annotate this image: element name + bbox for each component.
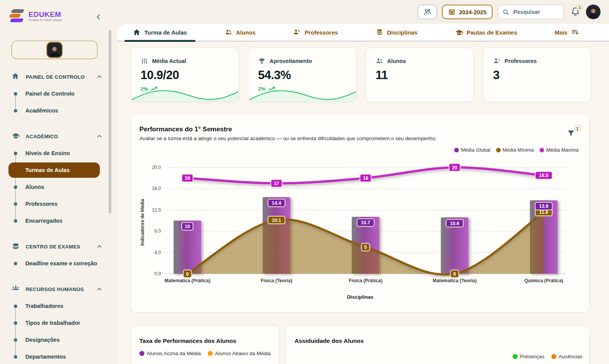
performance-chart: 0.04.08.012.016.020.0Indicadores de Médi… (137, 154, 579, 285)
search-box (498, 5, 564, 19)
tab-disciplinas[interactable]: Disciplinas (373, 24, 420, 41)
svg-text:13.8: 13.8 (539, 204, 548, 209)
stat-label: Média Actual (152, 58, 186, 64)
graduation-cap-icon (455, 28, 463, 36)
tab-pautas-de-exames[interactable]: Pautas de Exames (453, 24, 520, 41)
legend-item-média-global: Média Global (454, 147, 490, 153)
sidebar-item-acadêmicos[interactable]: Acadêmicos (0, 102, 111, 119)
sidebar-scrollbar[interactable] (109, 30, 111, 213)
bullet-icon (14, 202, 17, 206)
legend-label: Média Máxima (546, 147, 579, 153)
sidebar-item-label: Tipos de trabalhador (25, 320, 80, 326)
legend-label: Alunos Acima da Média (147, 351, 201, 356)
legend-dot-icon (496, 148, 501, 152)
bullet-icon (14, 262, 17, 265)
card-legend: PresençasAusências (513, 354, 583, 359)
sidebar-item-label: Professores (25, 201, 58, 207)
svg-text:11.6: 11.6 (539, 210, 548, 215)
sidebar-section-centro-de-exames[interactable]: CENTRO DE EXAMES (0, 238, 111, 255)
calendar-icon (448, 8, 455, 16)
legend-label: Média Mínima (503, 147, 534, 153)
svg-text:8.0: 8.0 (154, 228, 161, 234)
svg-text:16.0: 16.0 (152, 186, 161, 191)
tab-alunos[interactable]: Alunos (222, 24, 258, 41)
svg-text:4.0: 4.0 (154, 250, 161, 255)
svg-text:Fisica (Prática): Fisica (Prática) (349, 278, 382, 283)
tab-professores[interactable]: Professores (291, 24, 340, 41)
svg-text:Quimica (Prática): Quimica (Prática) (524, 278, 563, 283)
tab-mais[interactable]: Mais (553, 24, 581, 41)
stat-card-alunos: Alunos11 (366, 48, 474, 102)
sidebar-item-alunos[interactable]: Alunos (0, 179, 111, 195)
avatar[interactable] (586, 5, 601, 19)
sidebar-item-departamentos[interactable]: Departamentos (0, 348, 111, 364)
svg-text:20.0: 20.0 (152, 165, 161, 170)
svg-text:10.6: 10.6 (450, 221, 459, 226)
tab-label: Alunos (236, 29, 256, 36)
card-title: Taxa de Performances dos Alunos (139, 338, 236, 344)
sidebar-section-label: RECURSOS HUMANOS (26, 286, 84, 292)
sidebar-item-encarregados[interactable]: Encarregados (0, 212, 111, 229)
stat-value: 3 (483, 65, 591, 82)
sidebar-item-label: Trabalhadores (25, 303, 63, 309)
chart-filter-button[interactable]: 1 (566, 129, 576, 139)
tabbar: Turma de AulasAlunosProfessoresDisciplin… (117, 24, 609, 41)
sidebar-item-tipos-de-trabalhador[interactable]: Tipos de trabalhador (0, 314, 111, 331)
chevron-left-icon (94, 13, 104, 21)
sidebar-section-painel-de-controlo[interactable]: PAINEL DE CONTROLO (0, 68, 111, 85)
svg-text:10.7: 10.7 (361, 220, 370, 225)
sidebar: EDUKEM POWER IN YOUR HANDS PAINEL DE CON… (0, 0, 117, 364)
sidebar-item-turmas-de-aulas[interactable]: Turmas de Aulas (0, 162, 111, 179)
academic-year-button[interactable]: 2024-2025 (442, 5, 493, 19)
sidebar-item-designações[interactable]: Designações (0, 331, 111, 348)
sidebar-item-professores[interactable]: Professores (0, 195, 111, 212)
chart-subtitle: Avaliar se a turma está a atingir o seu … (139, 136, 437, 141)
card-legend: Alunos Acima da MédiaAlunos Abaixo da Mé… (131, 351, 279, 356)
chevron-up-icon (96, 243, 103, 250)
legend-dot-icon (454, 148, 459, 152)
sidebar-item-label: Designações (25, 337, 60, 343)
search-icon (502, 8, 510, 16)
sidebar-section-académico[interactable]: ACADÉMICO (0, 128, 111, 145)
edukem-logo-icon (9, 8, 25, 24)
search-input[interactable] (513, 8, 559, 15)
svg-text:14.4: 14.4 (272, 200, 281, 206)
svg-text:5: 5 (364, 245, 367, 250)
svg-text:Indicadores de Média: Indicadores de Média (140, 199, 145, 246)
bullet-icon (14, 185, 17, 189)
main-panel: Turma de AulasAlunosProfessoresDisciplin… (117, 24, 609, 364)
stat-value: 10.9/20 (131, 65, 238, 82)
stat-label: Professores (505, 58, 537, 64)
brand: EDUKEM POWER IN YOUR HANDS (9, 8, 62, 24)
database-icon (376, 28, 383, 36)
tab-label: Turma de Aulas (144, 29, 187, 36)
svg-text:Matematica (Teoria): Matematica (Teoria) (433, 278, 477, 283)
svg-text:10.1: 10.1 (272, 218, 281, 223)
sidebar-user-card[interactable] (12, 41, 98, 59)
filter-count-badge: 1 (574, 125, 581, 132)
legend-dot-icon (139, 351, 144, 356)
tab-turma-de-aulas[interactable]: Turma de Aulas (131, 24, 189, 41)
svg-text:0: 0 (186, 271, 189, 277)
performance-chart-card: Performances do 1° Semestre Avaliar se a… (131, 114, 590, 313)
sidebar-item-deadline-exame-e-correção[interactable]: Deadline exame e correção (0, 255, 111, 272)
bullet-icon (14, 92, 17, 96)
svg-text:18: 18 (185, 175, 190, 181)
bullet-icon (14, 219, 17, 223)
notification-count-badge: 1 (576, 4, 583, 11)
chart-x-axis-label: Disciplinas (131, 294, 589, 300)
sidebar-item-painel-de-controlo[interactable]: Painel de Controlo (0, 85, 111, 102)
legend-item-presenças: Presenças (513, 354, 544, 359)
topbar: 2024-2025 1 (117, 0, 609, 24)
sidebar-section-recursos-humanos[interactable]: RECURSOS HUMANOS (0, 281, 111, 298)
svg-text:20: 20 (452, 165, 457, 170)
sidebar-item-label: Departamentos (25, 354, 66, 360)
notifications-button[interactable]: 1 (570, 6, 581, 18)
sidebar-item-trabalhadores[interactable]: Trabalhadores (0, 298, 111, 314)
sidebar-item-níveis-de-ensino[interactable]: Níveis de Ensino (0, 145, 111, 162)
contacts-button[interactable] (418, 5, 437, 19)
sidebar-item-label: Alunos (25, 184, 44, 190)
card-taxa-de-performances-dos-alunos: Taxa de Performances dos AlunosAlunos Ac… (131, 326, 280, 364)
sidebar-collapse-button[interactable] (94, 12, 104, 22)
svg-text:17: 17 (274, 181, 279, 186)
